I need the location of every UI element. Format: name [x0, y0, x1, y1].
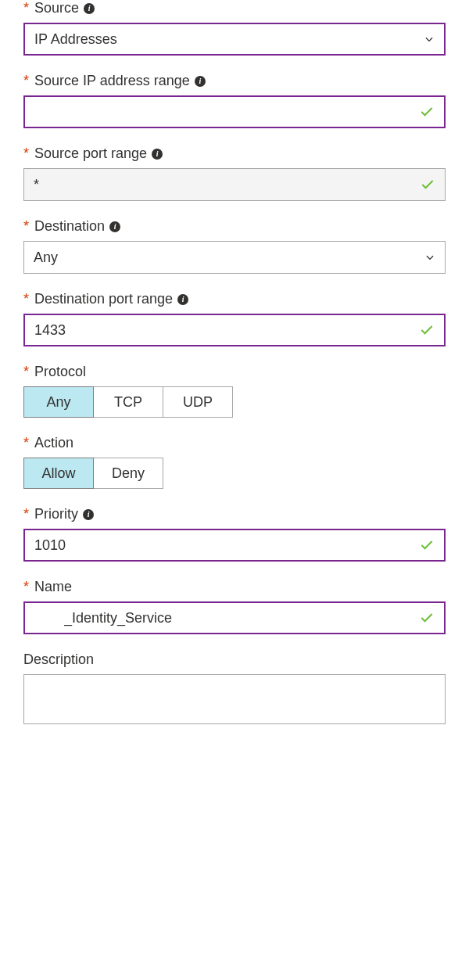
- source-ip-range-label-row: * Source IP address range i: [23, 73, 446, 89]
- destination-port-range-group: * Destination port range i: [23, 291, 446, 346]
- info-icon[interactable]: i: [83, 509, 94, 520]
- priority-label: Priority: [34, 506, 78, 522]
- check-icon: [420, 177, 435, 192]
- required-marker: *: [23, 0, 29, 16]
- info-icon[interactable]: i: [84, 3, 95, 14]
- required-marker: *: [23, 145, 29, 162]
- description-group: Description: [23, 652, 446, 728]
- destination-port-range-label: Destination port range: [34, 291, 173, 307]
- destination-port-range-input[interactable]: [34, 322, 419, 339]
- source-ip-range-label: Source IP address range: [34, 73, 190, 89]
- source-group: * Source i IP Addresses: [23, 0, 446, 56]
- required-marker: *: [23, 218, 29, 235]
- source-label-row: * Source i: [23, 0, 446, 16]
- priority-label-row: * Priority i: [23, 506, 446, 522]
- source-ip-range-input[interactable]: [34, 104, 419, 120]
- check-icon: [419, 322, 435, 338]
- name-input[interactable]: [34, 610, 419, 626]
- check-icon: [419, 104, 435, 120]
- chevron-down-icon: [424, 34, 435, 45]
- source-ip-range-group: * Source IP address range i: [23, 73, 446, 128]
- source-select[interactable]: IP Addresses: [23, 23, 446, 56]
- action-label: Action: [34, 435, 73, 451]
- required-marker: *: [23, 579, 29, 595]
- source-label: Source: [34, 0, 79, 16]
- protocol-option-any[interactable]: Any: [23, 386, 94, 418]
- source-ip-range-field[interactable]: [23, 95, 446, 128]
- info-icon[interactable]: i: [152, 149, 163, 160]
- protocol-group: * Protocol Any TCP UDP: [23, 364, 446, 418]
- check-icon: [419, 537, 435, 553]
- source-port-range-label-row: * Source port range i: [23, 145, 446, 162]
- check-icon: [419, 610, 435, 626]
- source-port-range-group: * Source port range i: [23, 145, 446, 201]
- priority-field[interactable]: [23, 529, 446, 562]
- protocol-option-tcp[interactable]: TCP: [93, 386, 163, 418]
- destination-label-row: * Destination i: [23, 218, 446, 235]
- name-field[interactable]: [23, 601, 446, 634]
- destination-group: * Destination i Any: [23, 218, 446, 274]
- description-label: Description: [23, 652, 94, 668]
- protocol-option-udp[interactable]: UDP: [163, 386, 233, 418]
- description-input[interactable]: [23, 674, 446, 724]
- action-option-allow[interactable]: Allow: [23, 458, 94, 489]
- info-icon[interactable]: i: [177, 294, 188, 305]
- priority-group: * Priority i: [23, 506, 446, 562]
- action-options: Allow Deny: [23, 458, 446, 489]
- chevron-down-icon: [424, 252, 435, 263]
- priority-input[interactable]: [34, 537, 419, 554]
- destination-port-range-field[interactable]: [23, 314, 446, 346]
- name-label: Name: [34, 579, 72, 595]
- destination-port-range-label-row: * Destination port range i: [23, 291, 446, 307]
- required-marker: *: [23, 364, 29, 380]
- name-label-row: * Name: [23, 579, 446, 595]
- source-port-range-field[interactable]: [23, 168, 446, 201]
- protocol-options: Any TCP UDP: [23, 386, 446, 418]
- info-icon[interactable]: i: [195, 76, 206, 87]
- destination-value: Any: [34, 249, 424, 266]
- required-marker: *: [23, 73, 29, 89]
- info-icon[interactable]: i: [109, 221, 120, 232]
- required-marker: *: [23, 506, 29, 522]
- action-label-row: * Action: [23, 435, 446, 451]
- protocol-label: Protocol: [34, 364, 86, 380]
- required-marker: *: [23, 435, 29, 451]
- source-port-range-label: Source port range: [34, 145, 147, 162]
- description-label-row: Description: [23, 652, 446, 668]
- action-group: * Action Allow Deny: [23, 435, 446, 489]
- action-option-deny[interactable]: Deny: [93, 458, 163, 489]
- destination-select[interactable]: Any: [23, 241, 446, 274]
- source-value: IP Addresses: [34, 31, 424, 48]
- required-marker: *: [23, 291, 29, 307]
- destination-label: Destination: [34, 218, 105, 235]
- name-group: * Name: [23, 579, 446, 634]
- source-port-range-input[interactable]: [34, 177, 420, 193]
- protocol-label-row: * Protocol: [23, 364, 446, 380]
